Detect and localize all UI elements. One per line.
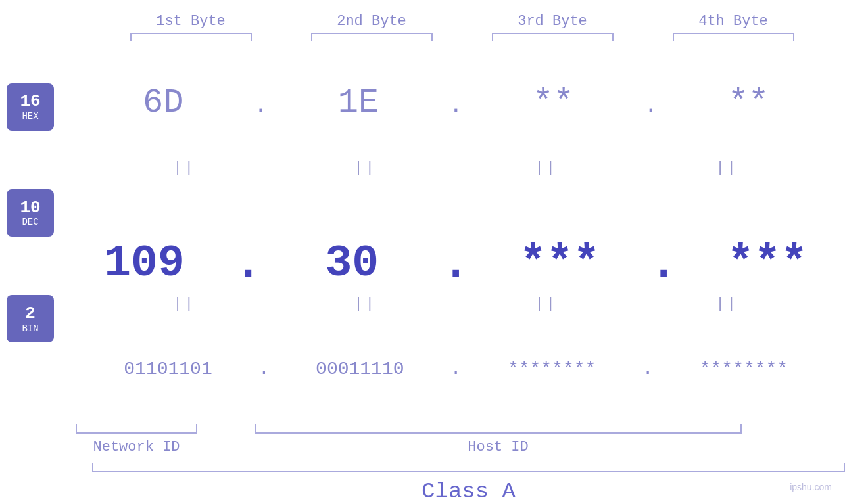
dec-dot-1: . — [235, 242, 262, 287]
main-container: 1st Byte 2nd Byte 3rd Byte 4th Byte 16 H… — [0, 0, 845, 504]
equals-row-1: || || || || — [54, 158, 845, 178]
bin-byte1-value: 01101101 — [124, 359, 212, 379]
bin-dot-1: . — [258, 359, 270, 379]
equals-cell-1a: || — [94, 160, 275, 176]
hex-byte3-value: ** — [533, 83, 573, 122]
equals-row-2: || || || || — [54, 294, 845, 313]
equals-cell-1d: || — [637, 160, 817, 176]
bin-byte3-cell: ******** — [462, 359, 642, 379]
equals-cell-2c: || — [456, 296, 637, 312]
bin-badge-number: 2 — [25, 304, 36, 323]
dec-badge-label: DEC — [22, 217, 38, 227]
host-bracket-wrap — [227, 424, 769, 434]
dec-byte1-cell: 109 — [54, 238, 235, 288]
data-area: 6D . 1E . ** . ** || || || || — [54, 47, 845, 424]
watermark: ipshu.com — [790, 482, 832, 492]
dec-row: 109 . 30 . *** . *** — [54, 178, 845, 294]
hex-byte1-value: 6D — [143, 83, 183, 122]
hex-badge-label: HEX — [22, 111, 38, 122]
bottom-brackets-container — [46, 424, 845, 434]
bin-byte2-cell: 00011110 — [270, 359, 450, 379]
dec-byte1-value: 109 — [104, 238, 184, 288]
bin-row: 01101101 . 00011110 . ******** . *******… — [54, 313, 845, 424]
bracket-line-4 — [673, 33, 794, 41]
bracket-seg-3 — [462, 33, 643, 41]
class-label: Class A — [422, 479, 516, 504]
dec-byte3-value: *** — [519, 238, 600, 288]
bracket-line-1 — [130, 33, 252, 41]
bin-byte2-value: 00011110 — [316, 359, 404, 379]
dec-badge-number: 10 — [20, 198, 40, 218]
network-bracket-line — [76, 424, 197, 434]
host-id-label: Host ID — [227, 439, 769, 455]
dec-byte3-cell: *** — [470, 238, 650, 288]
bracket-seg-4 — [643, 33, 824, 41]
equals-cell-1b: || — [275, 160, 456, 176]
hex-byte4-value: ** — [728, 83, 769, 122]
dec-dot-3: . — [650, 242, 677, 287]
class-bracket-container — [92, 463, 845, 472]
hex-byte1-cell: 6D — [73, 83, 254, 122]
network-bracket-wrap — [46, 424, 227, 434]
dec-dot-2: . — [443, 242, 470, 287]
class-label-container: Class A — [92, 479, 845, 504]
network-id-label: Network ID — [46, 439, 227, 455]
dec-byte2-cell: 30 — [262, 238, 443, 288]
bin-byte4-cell: ******** — [653, 359, 834, 379]
badges-column: 16 HEX 10 DEC 2 BIN — [0, 47, 54, 424]
bin-badge-label: BIN — [22, 323, 38, 334]
equals-cell-2b: || — [275, 296, 456, 312]
byte-headers: 1st Byte 2nd Byte 3rd Byte 4th Byte — [39, 0, 845, 30]
hex-byte2-value: 1E — [338, 83, 379, 122]
host-bracket-line — [255, 424, 742, 434]
dec-byte2-value: 30 — [326, 238, 379, 288]
dec-byte4-value: *** — [727, 238, 808, 288]
dec-byte4-cell: *** — [677, 238, 845, 288]
hex-dot-1: . — [254, 93, 268, 120]
hex-dot-2: . — [448, 93, 463, 120]
hex-byte3-cell: ** — [463, 83, 644, 122]
hex-badge-number: 16 — [20, 92, 40, 111]
bin-byte3-value: ******** — [508, 359, 596, 379]
equals-cell-2a: || — [94, 296, 275, 312]
class-bracket-line — [92, 463, 845, 472]
bin-dot-2: . — [450, 359, 462, 379]
bracket-line-2 — [311, 33, 433, 41]
top-brackets — [39, 33, 845, 41]
byte3-header: 3rd Byte — [462, 13, 643, 30]
bracket-seg-2 — [281, 33, 462, 41]
segment-labels: Network ID Host ID — [46, 439, 845, 455]
bin-byte1-cell: 01101101 — [78, 359, 258, 379]
byte4-header: 4th Byte — [643, 13, 824, 30]
bracket-line-3 — [492, 33, 614, 41]
equals-cell-2d: || — [637, 296, 817, 312]
bin-byte4-value: ******** — [700, 359, 788, 379]
hex-row: 6D . 1E . ** . ** — [54, 47, 845, 158]
equals-cell-1c: || — [456, 160, 637, 176]
byte1-header: 1st Byte — [101, 13, 281, 30]
main-content: 16 HEX 10 DEC 2 BIN 6D . 1E — [0, 47, 845, 424]
hex-byte2-cell: 1E — [268, 83, 448, 122]
dec-badge: 10 DEC — [7, 189, 54, 237]
bin-dot-3: . — [642, 359, 654, 379]
hex-dot-3: . — [644, 93, 658, 120]
bin-badge: 2 BIN — [7, 295, 54, 342]
hex-badge: 16 HEX — [7, 83, 54, 131]
hex-byte4-cell: ** — [658, 83, 839, 122]
byte2-header: 2nd Byte — [281, 13, 462, 30]
bracket-seg-1 — [101, 33, 281, 41]
